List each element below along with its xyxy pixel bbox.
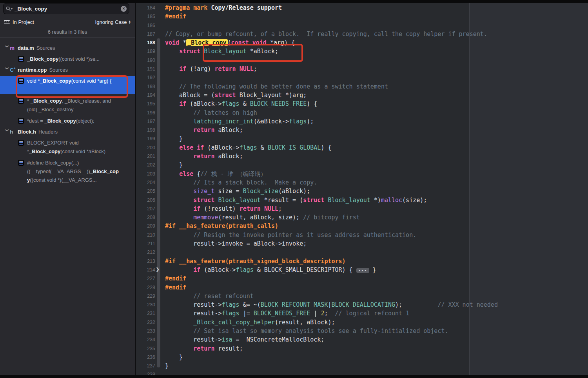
code-line[interactable]: 237} xyxy=(136,362,588,370)
line-number[interactable]: 203 xyxy=(136,170,155,178)
code-line[interactable]: 203 else {// 栈 - 堆 （编译期） xyxy=(136,170,588,178)
code-line[interactable]: 198 return aBlock; xyxy=(136,126,588,134)
code-line[interactable]: 185#endif xyxy=(136,12,588,21)
line-number[interactable]: 213 xyxy=(136,257,155,266)
line-number[interactable]: 189 xyxy=(136,47,155,56)
line-number[interactable]: 209 xyxy=(136,222,155,230)
line-number[interactable]: 202 xyxy=(136,161,155,169)
line-number[interactable]: 195 xyxy=(136,99,155,108)
search-result-row[interactable]: *dest = _Block_copy(object); xyxy=(0,116,135,125)
line-number[interactable]: 236 xyxy=(136,353,155,362)
line-number[interactable]: 190 xyxy=(136,56,155,65)
code-line[interactable]: 231 result->flags |= BLOCK_NEEDS_FREE | … xyxy=(136,309,588,318)
line-number[interactable]: 205 xyxy=(136,187,155,195)
line-number[interactable]: 214 xyxy=(136,266,155,274)
code-line[interactable]: 233 // Set isa last so memory analysis t… xyxy=(136,327,588,335)
line-number[interactable]: 227 xyxy=(136,274,155,283)
search-result-row[interactable]: BLOCK_EXPORT void *_Block_copy(const voi… xyxy=(0,138,135,156)
code-line[interactable]: 205 size_t size = Block_size(aBlock); xyxy=(136,187,588,195)
line-number[interactable]: 192 xyxy=(136,73,155,82)
code-line[interactable]: 193 // The following would be better don… xyxy=(136,82,588,91)
code-line[interactable]: 210 // Resign the invoke pointer as it u… xyxy=(136,231,588,239)
line-number[interactable]: 228 xyxy=(136,283,155,292)
line-number[interactable]: 238 xyxy=(136,370,155,375)
case-sensitivity-dropdown[interactable]: Ignoring Case ▲▼ xyxy=(95,19,131,25)
code-line[interactable]: 187// Copy, or bump refcount, of a block… xyxy=(136,30,588,38)
chevron-down-icon[interactable]: ❯ xyxy=(5,45,9,51)
code-line[interactable]: 195 if (aBlock->flags & BLOCK_NEEDS_FREE… xyxy=(136,99,588,108)
code-line[interactable]: 191 if (!arg) return NULL; xyxy=(136,65,588,73)
search-result-row[interactable]: * _Block_copy, _Block_release, and (old)… xyxy=(0,96,135,114)
line-number[interactable]: 199 xyxy=(136,134,155,143)
line-number[interactable]: 198 xyxy=(136,126,155,134)
clear-search-icon[interactable]: ✕ xyxy=(121,6,127,12)
line-number[interactable]: 230 xyxy=(136,300,155,309)
code-line[interactable]: 207 if (!result) return NULL; xyxy=(136,204,588,213)
line-number[interactable]: 200 xyxy=(136,143,155,152)
code-line[interactable]: 228#endif xyxy=(136,283,588,292)
result-group-header[interactable]: ❯hBlock.hHeaders xyxy=(0,127,135,136)
code-line[interactable]: 209#if __has_feature(ptrauth_calls) xyxy=(136,222,588,230)
search-menu-chevron-icon[interactable]: ▾ xyxy=(11,7,13,11)
line-number[interactable]: 234 xyxy=(136,335,155,344)
code-line[interactable]: 188void *_Block_copy(const void *arg) { xyxy=(136,38,588,47)
code-line[interactable]: 204 // Its a stack block. Make a copy. xyxy=(136,178,588,187)
code-line[interactable]: 211 result->invoke = aBlock->invoke; xyxy=(136,239,588,248)
code-line[interactable]: 200 else if (aBlock->flags & BLOCK_IS_GL… xyxy=(136,143,588,152)
code-line[interactable]: 234 result->isa = _NSConcreteMallocBlock… xyxy=(136,335,588,344)
line-number[interactable]: 211 xyxy=(136,239,155,248)
line-number[interactable]: 197 xyxy=(136,117,155,126)
line-number[interactable]: 193 xyxy=(136,82,155,91)
code-line[interactable]: 186 xyxy=(136,21,588,30)
line-number[interactable]: 196 xyxy=(136,109,155,117)
chevron-down-icon[interactable]: ❯ xyxy=(5,67,9,73)
code-line[interactable]: 199 } xyxy=(136,134,588,143)
code-line[interactable]: 192 xyxy=(136,73,588,82)
code-line[interactable]: 197 latching_incr_int(&aBlock->flags); xyxy=(136,117,588,126)
search-input[interactable] xyxy=(15,6,121,12)
result-group-header[interactable]: ❯mdata.mSources xyxy=(0,43,135,52)
code-line[interactable]: 229 // reset refcount xyxy=(136,292,588,300)
scope-label[interactable]: In Project xyxy=(13,19,34,25)
line-number[interactable]: 210 xyxy=(136,231,155,239)
search-result-row[interactable]: #define Block_copy(...) ((__typeof(__VA_… xyxy=(0,158,135,184)
code-line[interactable]: 201 return aBlock; xyxy=(136,152,588,161)
code-line[interactable]: 236 } xyxy=(136,353,588,362)
code-line[interactable]: 196 // latches on high xyxy=(136,109,588,117)
code-line[interactable]: 227#endif xyxy=(136,274,588,283)
fold-disclosure-icon[interactable]: ❯ xyxy=(156,267,160,272)
code-line[interactable]: 235 return result; xyxy=(136,344,588,353)
line-number[interactable]: 204 xyxy=(136,178,155,187)
line-number[interactable]: 201 xyxy=(136,152,155,161)
code-line[interactable]: 208 memmove(result, aBlock, size); // bi… xyxy=(136,213,588,222)
code-line[interactable]: 189 struct Block_layout *aBlock; xyxy=(136,47,588,56)
line-number[interactable]: 235 xyxy=(136,344,155,353)
code-editor[interactable]: 184#pragma mark Copy/Release support185#… xyxy=(136,3,588,375)
code-line[interactable]: 230 result->flags &= ~(BLOCK_REFCOUNT_MA… xyxy=(136,300,588,309)
code-line[interactable]: 194 aBlock = (struct Block_layout *)arg; xyxy=(136,91,588,99)
line-number[interactable]: 212 xyxy=(136,248,155,257)
line-number[interactable]: 237 xyxy=(136,362,155,370)
code-line[interactable]: 212 xyxy=(136,248,588,257)
chevron-down-icon[interactable]: ❯ xyxy=(5,129,9,135)
line-number[interactable]: 185 xyxy=(136,12,155,21)
line-number[interactable]: 184 xyxy=(136,4,155,12)
code-line[interactable]: 184#pragma mark Copy/Release support xyxy=(136,4,588,12)
line-number[interactable]: 186 xyxy=(136,21,155,30)
line-number[interactable]: 207 xyxy=(136,204,155,213)
search-field[interactable]: ▾ ✕ xyxy=(3,3,129,14)
fold-ribbon[interactable] xyxy=(157,38,160,367)
code-fold-ellipsis[interactable]: ••• xyxy=(356,268,369,273)
search-result-row[interactable]: void *_Block_copy(const void *arg) { xyxy=(0,76,135,94)
line-number[interactable]: 208 xyxy=(136,213,155,222)
code-line[interactable]: 232 _Block_call_copy_helper(result, aBlo… xyxy=(136,318,588,327)
code-line[interactable]: 214 if (aBlock->flags & BLOCK_SMALL_DESC… xyxy=(136,266,588,274)
line-number[interactable]: 194 xyxy=(136,91,155,99)
code-line[interactable]: 238 xyxy=(136,370,588,375)
line-number[interactable]: 231 xyxy=(136,309,155,318)
code-line[interactable]: 202 } xyxy=(136,161,588,169)
code-line[interactable]: 190 xyxy=(136,56,588,65)
line-number[interactable]: 232 xyxy=(136,318,155,327)
line-number[interactable]: 191 xyxy=(136,65,155,73)
result-group-header[interactable]: ❯C+runtime.cppSources xyxy=(0,65,135,74)
